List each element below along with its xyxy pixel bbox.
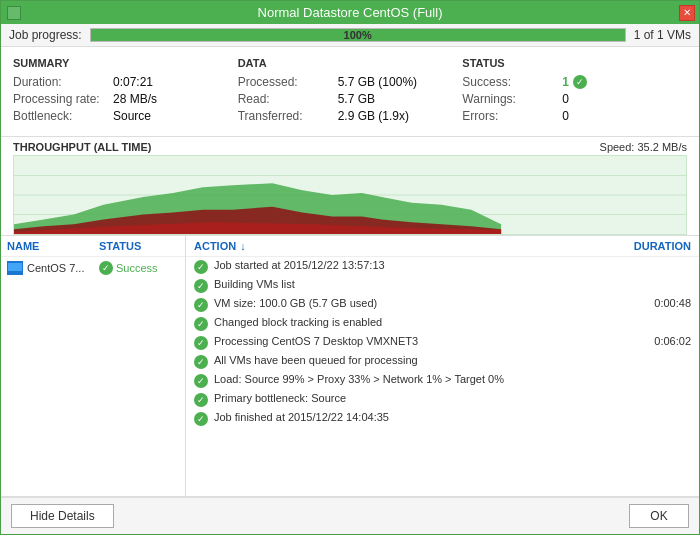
status-success-num: 1: [562, 75, 569, 89]
summary-row-bottleneck: Bottleneck: Source: [13, 109, 238, 123]
data-header: DATA: [238, 57, 463, 69]
vm-name-header: NAME: [7, 240, 99, 252]
action-item-1: ✓ Job started at 2015/12/22 13:57:13: [186, 257, 699, 276]
action-text-5: Processing CentOS 7 Desktop VMXNET3: [214, 335, 636, 347]
action-col-header: ACTION ↓: [194, 240, 634, 252]
summary-duration-key: Duration:: [13, 75, 113, 89]
action-item-7: ✓ Load: Source 99% > Proxy 33% > Network…: [186, 371, 699, 390]
vm-list: NAME STATUS CentOS 7... ✓ Success: [1, 236, 186, 496]
action-item-9: ✓ Job finished at 2015/12/22 14:04:35: [186, 409, 699, 428]
success-check-icon: ✓: [573, 75, 587, 89]
summary-col: SUMMARY Duration: 0:07:21 Processing rat…: [13, 57, 238, 126]
close-button[interactable]: ✕: [679, 5, 695, 21]
action-text-8: Primary bottleneck: Source: [214, 392, 636, 404]
action-check-icon-8: ✓: [194, 393, 208, 407]
hide-details-button[interactable]: Hide Details: [11, 504, 114, 528]
vm-icon: [7, 261, 23, 275]
action-text-7: Load: Source 99% > Proxy 33% > Network 1…: [214, 373, 636, 385]
data-col: DATA Processed: 5.7 GB (100%) Read: 5.7 …: [238, 57, 463, 126]
duration-col-header: DURATION: [634, 240, 691, 252]
action-item-5: ✓ Processing CentOS 7 Desktop VMXNET3 0:…: [186, 333, 699, 352]
action-check-icon-4: ✓: [194, 317, 208, 331]
status-success-val: 1 ✓: [562, 75, 587, 89]
progress-fill: 100%: [91, 29, 625, 41]
action-log-header: ACTION ↓ DURATION: [186, 236, 699, 257]
data-read-val: 5.7 GB: [338, 92, 375, 106]
throughput-title: THROUGHPUT (ALL TIME): [13, 141, 152, 153]
vm-status: ✓ Success: [99, 261, 179, 275]
action-check-icon-1: ✓: [194, 260, 208, 274]
progress-count: 1 of 1 VMs: [634, 28, 691, 42]
action-item-4: ✓ Changed block tracking is enabled: [186, 314, 699, 333]
vm-status-check-icon: ✓: [99, 261, 113, 275]
progress-section: Job progress: 100% 1 of 1 VMs: [1, 24, 699, 47]
window-title: Normal Datastore CentOS (Full): [258, 5, 443, 20]
data-row-transferred: Transferred: 2.9 GB (1.9x): [238, 109, 463, 123]
summary-bottleneck-key: Bottleneck:: [13, 109, 113, 123]
data-processed-val: 5.7 GB (100%): [338, 75, 417, 89]
status-row-warnings: Warnings: 0: [462, 92, 687, 106]
status-errors-val: 0: [562, 109, 569, 123]
vm-status-header: STATUS: [99, 240, 179, 252]
summary-row-rate: Processing rate: 28 MB/s: [13, 92, 238, 106]
action-log: ACTION ↓ DURATION ✓ Job started at 2015/…: [186, 236, 699, 496]
status-success-key: Success:: [462, 75, 562, 89]
chart-area: [13, 155, 687, 235]
data-row-processed: Processed: 5.7 GB (100%): [238, 75, 463, 89]
data-transferred-key: Transferred:: [238, 109, 338, 123]
action-text-6: All VMs have been queued for processing: [214, 354, 636, 366]
data-transferred-val: 2.9 GB (1.9x): [338, 109, 409, 123]
summary-rate-key: Processing rate:: [13, 92, 113, 106]
bottom-bar: Hide Details OK: [1, 497, 699, 534]
throughput-speed: Speed: 35.2 MB/s: [600, 141, 687, 153]
vm-name: CentOS 7...: [27, 262, 99, 274]
data-row-read: Read: 5.7 GB: [238, 92, 463, 106]
action-text-3: VM size: 100.0 GB (5.7 GB used): [214, 297, 636, 309]
main-window: Normal Datastore CentOS (Full) ✕ Job pro…: [0, 0, 700, 535]
summary-header: SUMMARY: [13, 57, 238, 69]
throughput-chart: [14, 156, 686, 234]
action-duration-5: 0:06:02: [636, 335, 691, 347]
action-check-icon-9: ✓: [194, 412, 208, 426]
window-icon: [7, 6, 21, 20]
status-header: STATUS: [462, 57, 687, 69]
vm-row[interactable]: CentOS 7... ✓ Success: [1, 257, 185, 279]
data-processed-key: Processed:: [238, 75, 338, 89]
sort-arrow-icon[interactable]: ↓: [240, 240, 246, 252]
action-item-2: ✓ Building VMs list: [186, 276, 699, 295]
summary-bottleneck-val: Source: [113, 109, 151, 123]
summary-section: SUMMARY Duration: 0:07:21 Processing rat…: [1, 47, 699, 137]
title-bar: Normal Datastore CentOS (Full) ✕: [1, 1, 699, 24]
action-item-3: ✓ VM size: 100.0 GB (5.7 GB used) 0:00:4…: [186, 295, 699, 314]
action-check-icon-2: ✓: [194, 279, 208, 293]
progress-track: 100%: [90, 28, 626, 42]
details-section: NAME STATUS CentOS 7... ✓ Success ACTION…: [1, 236, 699, 497]
action-check-icon-7: ✓: [194, 374, 208, 388]
status-col: STATUS Success: 1 ✓ Warnings: 0 Errors: …: [462, 57, 687, 126]
action-text-9: Job finished at 2015/12/22 14:04:35: [214, 411, 636, 423]
status-errors-key: Errors:: [462, 109, 562, 123]
action-item-6: ✓ All VMs have been queued for processin…: [186, 352, 699, 371]
status-warnings-key: Warnings:: [462, 92, 562, 106]
action-text-4: Changed block tracking is enabled: [214, 316, 636, 328]
ok-button[interactable]: OK: [629, 504, 689, 528]
vm-list-header: NAME STATUS: [1, 236, 185, 257]
throughput-section: THROUGHPUT (ALL TIME) Speed: 35.2 MB/s: [1, 137, 699, 236]
action-header-text: ACTION: [194, 240, 236, 252]
action-text-1: Job started at 2015/12/22 13:57:13: [214, 259, 636, 271]
action-item-8: ✓ Primary bottleneck: Source: [186, 390, 699, 409]
status-warnings-val: 0: [562, 92, 569, 106]
status-row-errors: Errors: 0: [462, 109, 687, 123]
summary-rate-val: 28 MB/s: [113, 92, 157, 106]
status-row-success: Success: 1 ✓: [462, 75, 687, 89]
summary-row-duration: Duration: 0:07:21: [13, 75, 238, 89]
progress-label: Job progress:: [9, 28, 82, 42]
action-check-icon-3: ✓: [194, 298, 208, 312]
vm-status-text: Success: [116, 262, 158, 274]
action-check-icon-6: ✓: [194, 355, 208, 369]
action-text-2: Building VMs list: [214, 278, 636, 290]
action-duration-3: 0:00:48: [636, 297, 691, 309]
action-check-icon-5: ✓: [194, 336, 208, 350]
data-read-key: Read:: [238, 92, 338, 106]
throughput-header: THROUGHPUT (ALL TIME) Speed: 35.2 MB/s: [13, 141, 687, 153]
